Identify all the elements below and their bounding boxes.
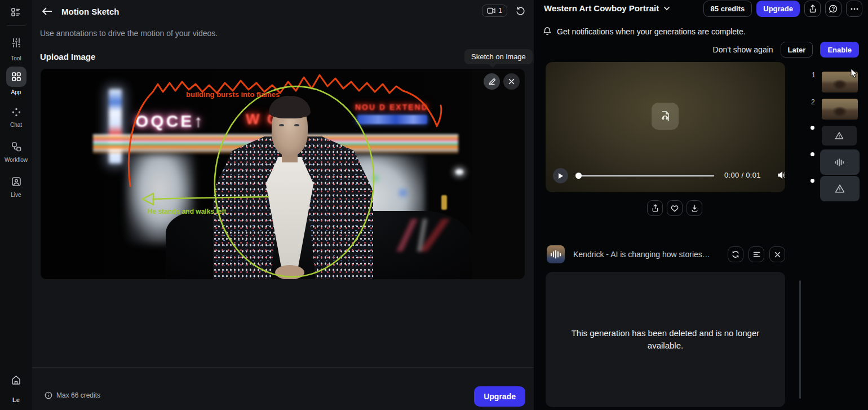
seek-knob[interactable] [575,173,582,179]
sidebar-item-app[interactable]: App [0,67,32,95]
footer-divider [32,367,534,368]
more-options-button[interactable] [846,1,862,17]
sidebar: Tool App Chat [0,0,32,410]
camera-count: 1 [498,7,502,15]
project-title-dropdown[interactable]: Western Art Cowboy Portrait [544,3,670,13]
sidebar-item-live[interactable]: Live [0,174,32,198]
sidebar-item-label: App [11,89,21,95]
chevron-down-icon [663,6,670,11]
generation-thumbnail-2[interactable] [822,99,858,120]
reset-icon[interactable] [515,5,526,16]
heart-icon [671,205,679,212]
sketch-tooltip: Sketch on image [464,49,533,64]
video-player[interactable]: 0:00 / 0:01 [546,62,785,192]
sidebar-item-label: Workflow [5,157,28,163]
credits-button[interactable]: 85 credits [703,1,752,17]
close-icon [508,78,515,85]
generation-actions [534,200,785,216]
enable-button[interactable]: Enable [820,42,859,58]
live-person-icon [6,174,26,189]
audio-generation-card[interactable] [820,149,860,175]
rail-index-2: 2 [811,98,815,106]
home-icon[interactable] [11,374,21,385]
remove-audio-button[interactable] [769,246,785,262]
share-button[interactable] [804,1,821,17]
download-button[interactable] [687,200,702,216]
annotation-flame-label[interactable]: building bursts into flames [186,90,280,99]
later-button[interactable]: Later [781,42,813,58]
generation-status-dot [811,179,814,183]
subject-loop-stroke [209,81,380,279]
generation-status-dot [811,126,814,130]
walk-arrow-head [143,193,153,205]
seek-slider[interactable] [576,175,714,177]
generation-panel: Western Art Cowboy Portrait 85 credits U… [534,0,868,410]
bell-icon [543,27,552,36]
remove-image-button[interactable] [503,73,520,90]
chat-dots-icon [6,105,26,120]
rail-index-1: 1 [812,71,816,79]
sidebar-item-label: Tool [11,55,21,61]
deleted-generation-message: This generation has been deleted and is … [570,327,761,352]
audio-track-thumbnail[interactable] [547,245,565,263]
warning-icon [835,184,845,193]
sidebar-item-workflow[interactable]: Workflow [0,139,32,163]
camera-count-badge[interactable]: 1 [482,5,507,17]
notification-message: Get notifications when your generations … [557,27,746,36]
panel-scrollbar[interactable] [799,280,801,399]
credits-note-text: Max 66 credits [56,391,100,399]
regenerate-audio-button[interactable] [728,246,743,262]
project-title: Western Art Cowboy Portrait [544,3,659,13]
user-avatar[interactable]: Le [0,396,32,403]
uploaded-image-card: OQCE↑ W CH NOU D EXTEND [41,69,525,279]
download-icon [691,204,698,212]
projects-list-icon[interactable] [9,5,23,19]
time-display: 0:00 / 0:01 [724,171,761,179]
pencil-icon [488,78,496,86]
upload-image-heading: Upload Image [40,52,95,61]
ellipsis-icon [851,8,858,10]
annotation-walk-label[interactable]: He stands and walks left [148,208,226,215]
audio-track-title: Kendrick - AI is changing how stories ar… [573,250,711,259]
workflow-nodes-icon [6,139,26,155]
walk-arrow-line [153,197,268,199]
motion-sketch-panel: Motion Sketch 1 Use annotations to dri [32,0,534,410]
motion-sketch-annotations[interactable] [41,69,472,279]
credits-note: Max 66 credits [45,391,100,399]
sidebar-item-tool[interactable]: Tool [0,33,32,61]
upgrade-button[interactable]: Upgrade [474,386,525,407]
generation-status-dot [811,152,814,156]
warning-icon [835,131,844,140]
upgrade-button-top[interactable]: Upgrade [756,1,800,17]
close-icon [774,252,781,258]
audio-file-icon [659,109,671,123]
app-window: Tool App Chat [0,0,868,410]
volume-icon[interactable] [777,170,785,180]
favorite-button[interactable] [667,200,683,216]
page-subtitle: Use annotations to drive the motion of y… [40,29,218,38]
text-lines-icon [753,252,760,257]
sliders-icon [6,33,26,53]
sidebar-divider [7,25,25,26]
uploaded-photo[interactable]: OQCE↑ W CH NOU D EXTEND [41,69,472,279]
video-camera-icon [487,7,495,14]
share-icon [652,204,659,212]
sidebar-item-chat[interactable]: Chat [0,105,32,128]
sketch-on-image-button[interactable] [484,73,500,90]
notification-banner: Get notifications when your generations … [543,27,746,36]
dont-show-again-link[interactable]: Don't show again [713,45,773,54]
app-grid-icon [6,67,26,87]
help-button[interactable] [825,1,842,17]
failed-generation-card[interactable] [820,176,860,201]
play-button[interactable] [553,168,568,183]
lyrics-lines-button[interactable] [749,246,764,262]
failed-generation-card[interactable] [822,126,857,146]
deleted-generation-card: This generation has been deleted and is … [546,272,785,407]
sidebar-item-label: Live [11,192,21,198]
share-generation-button[interactable] [647,200,663,216]
back-arrow-icon[interactable] [40,5,54,18]
question-bubble-icon [829,5,838,13]
waveform-icon [834,158,845,167]
flame-squiggle-stroke [129,75,441,186]
mouse-cursor-icon [850,68,859,78]
